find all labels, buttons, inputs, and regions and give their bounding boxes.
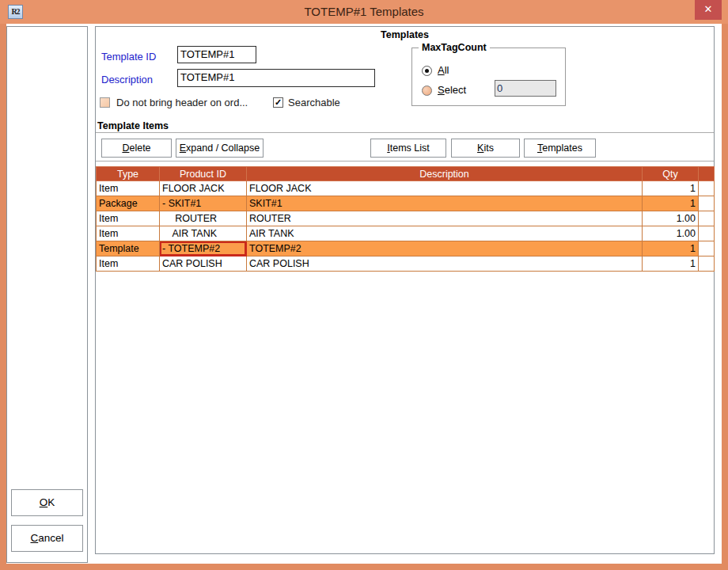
items-table: TypeProduct IDDescriptionQty ItemFLOOR J… xyxy=(96,166,715,272)
items-table-body: ItemFLOOR JACKFLOOR JACK1Package- SKIT#1… xyxy=(97,181,715,272)
no-header-checkbox-label: Do not bring header on ord... xyxy=(116,97,248,108)
expand-collapse-button[interactable]: Expand / Collapse xyxy=(176,139,264,158)
cell-filler xyxy=(699,241,715,256)
cell-product-id[interactable]: FLOOR JACK xyxy=(160,181,247,196)
column-header-product-id: Product ID xyxy=(160,167,247,181)
all-radio[interactable] xyxy=(422,66,432,76)
select-radio-mnemonic: S xyxy=(438,84,445,96)
kits-button[interactable]: Kits xyxy=(451,139,520,158)
cell-type[interactable]: Item xyxy=(97,181,160,196)
items-list-button[interactable]: Items List xyxy=(370,139,446,158)
cell-qty[interactable]: 1 xyxy=(643,181,699,196)
cell-filler xyxy=(699,211,715,226)
searchable-checkbox[interactable]: ✓ xyxy=(273,97,283,108)
all-radio-mnemonic: A xyxy=(438,64,445,76)
table-row[interactable]: Template- TOTEMP#2TOTEMP#21 xyxy=(97,241,715,256)
cell-filler xyxy=(699,181,715,196)
ok-button[interactable]: OK xyxy=(11,489,83,516)
select-radio-text: elect xyxy=(445,84,466,96)
cell-product-id[interactable]: - SKIT#1 xyxy=(160,196,247,211)
ok-button-mnemonic: O xyxy=(40,496,48,508)
templates-button[interactable]: Templates xyxy=(524,139,596,158)
select-radio-label: Select xyxy=(438,84,466,96)
cell-description[interactable]: ROUTER xyxy=(247,211,643,226)
cell-qty[interactable]: 1 xyxy=(643,241,699,256)
cell-qty[interactable]: 1 xyxy=(643,196,699,211)
all-radio-label: All xyxy=(438,64,449,76)
items-list-button-label: tems List xyxy=(390,142,430,154)
cell-filler xyxy=(699,196,715,211)
ok-button-label: K xyxy=(47,496,55,508)
cell-qty[interactable]: 1 xyxy=(643,256,699,272)
all-radio-text: ll xyxy=(445,64,449,76)
cell-filler xyxy=(699,256,715,272)
dialog-content: OK Cancel Templates Template ID TOTEMP#1… xyxy=(6,24,722,564)
sidebar: OK Cancel xyxy=(6,26,88,563)
cancel-button-mnemonic: C xyxy=(30,532,38,544)
expand-collapse-button-label: xpand / Collapse xyxy=(186,142,260,154)
table-row[interactable]: ItemAIR TANKAIR TANK1.00 xyxy=(97,226,715,241)
cell-description[interactable]: SKIT#1 xyxy=(247,196,643,211)
delete-button-label: elete xyxy=(129,142,150,154)
no-header-checkbox[interactable] xyxy=(100,97,110,108)
cell-type[interactable]: Package xyxy=(97,196,160,211)
cell-description[interactable]: AIR TANK xyxy=(247,226,643,241)
titlebar[interactable]: R2 TOTEMP#1 Templates ✕ xyxy=(0,0,728,24)
cell-product-id[interactable]: - TOTEMP#2 xyxy=(160,241,247,256)
template-items-title: Template Items xyxy=(97,120,169,131)
kits-button-label: its xyxy=(483,142,494,154)
column-header-description: Description xyxy=(247,167,643,181)
column-header-type: Type xyxy=(97,167,160,181)
templates-section-title: Templates xyxy=(96,29,714,40)
cell-filler xyxy=(699,226,715,241)
cell-type[interactable]: Item xyxy=(97,211,160,226)
window-title: TOTEMP#1 Templates xyxy=(0,0,728,24)
cell-product-id[interactable]: ROUTER xyxy=(160,211,247,226)
close-button[interactable]: ✕ xyxy=(695,0,722,20)
maxtagcount-title: MaxTagCount xyxy=(419,42,490,53)
items-toolbar: Delete Expand / Collapse Items List Kits… xyxy=(96,132,714,162)
cell-type[interactable]: Item xyxy=(97,226,160,241)
cell-qty[interactable]: 1.00 xyxy=(643,211,699,226)
cell-description[interactable]: FLOOR JACK xyxy=(247,181,643,196)
delete-button[interactable]: Delete xyxy=(101,139,172,158)
items-table-header-row: TypeProduct IDDescriptionQty xyxy=(97,167,715,181)
searchable-checkbox-label: Searchable xyxy=(288,97,340,108)
table-row[interactable]: ItemROUTERROUTER1.00 xyxy=(97,211,715,226)
cancel-button[interactable]: Cancel xyxy=(11,525,83,552)
cell-type[interactable]: Template xyxy=(97,241,160,256)
cell-type[interactable]: Item xyxy=(97,256,160,272)
cancel-button-label: ancel xyxy=(38,532,63,544)
cell-description[interactable]: TOTEMP#2 xyxy=(247,241,643,256)
cell-product-id[interactable]: CAR POLISH xyxy=(160,256,247,272)
expand-collapse-button-mnemonic: E xyxy=(180,142,186,154)
cell-description[interactable]: CAR POLISH xyxy=(247,256,643,272)
description-label: Description xyxy=(101,74,153,86)
main-panel: Templates Template ID TOTEMP#1 Descripti… xyxy=(95,26,715,554)
select-radio[interactable] xyxy=(422,86,432,96)
dialog-window: R2 TOTEMP#1 Templates ✕ OK Cancel Templa… xyxy=(0,0,728,570)
description-input[interactable]: TOTEMP#1 xyxy=(177,69,375,87)
column-header-qty: Qty xyxy=(643,167,699,181)
template-id-input[interactable]: TOTEMP#1 xyxy=(177,46,256,63)
template-id-label: Template ID xyxy=(101,51,156,63)
table-row[interactable]: Package- SKIT#1SKIT#11 xyxy=(97,196,715,211)
table-row[interactable]: ItemCAR POLISHCAR POLISH1 xyxy=(97,256,715,272)
templates-button-label: emplates xyxy=(542,142,582,154)
column-header-filler xyxy=(699,167,715,181)
maxtagcount-groupbox: MaxTagCount All Select 0 xyxy=(411,48,566,106)
cell-qty[interactable]: 1.00 xyxy=(643,226,699,241)
cell-product-id[interactable]: AIR TANK xyxy=(160,226,247,241)
maxtagcount-value-input[interactable]: 0 xyxy=(495,80,556,97)
table-row[interactable]: ItemFLOOR JACKFLOOR JACK1 xyxy=(97,181,715,196)
